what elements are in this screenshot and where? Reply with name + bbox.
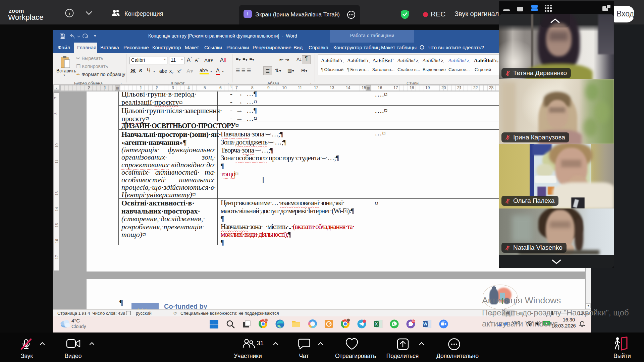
svg-text:zoom: zoom (442, 320, 445, 322)
svg-text:X: X (375, 321, 378, 326)
svg-text:i: i (69, 11, 70, 16)
svg-text:W: W (423, 321, 428, 326)
svg-text:z: z (583, 321, 584, 323)
svg-text:10: 10 (412, 320, 415, 323)
